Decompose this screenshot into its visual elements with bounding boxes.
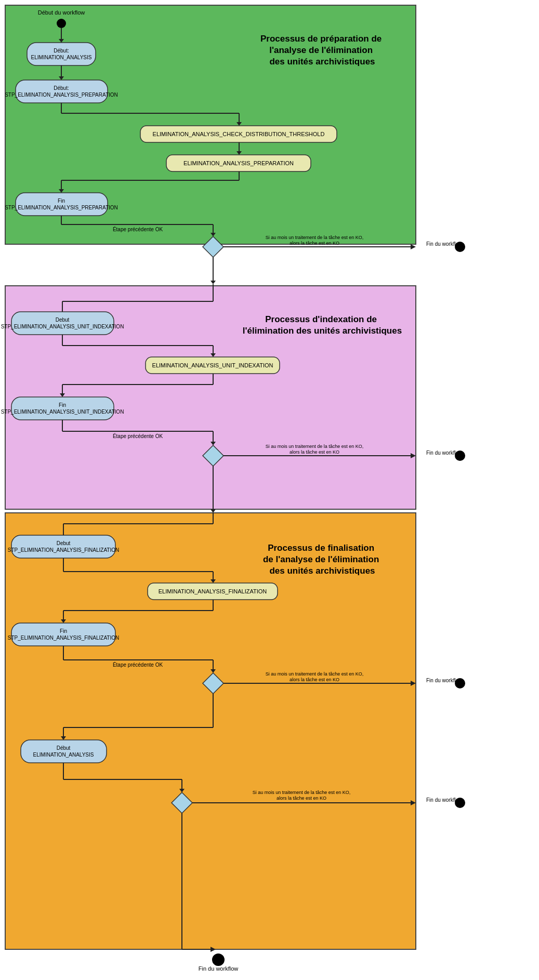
end-circle-1 [455,242,465,251]
node-prep-label: ELIMINATION_ANALYSIS_PREPARATION [183,160,294,166]
node-stp-prep-fin-name: STP_ELIMINATION_ANALYSIS_PREPARATION [5,205,118,210]
node-check-threshold-label: ELIMINATION_ANALYSIS_CHECK_DISTRIBUTION_… [153,131,325,137]
node-finalization-label: ELIMINATION_ANALYSIS_FINALIZATION [159,588,267,594]
svg-rect-2 [5,513,416,949]
node-elimination-analysis-line1: Début: [54,48,69,54]
si-ko-label-2: Si au mois un traitement de la tâche est… [266,444,364,449]
node-elimination-analysis [27,43,96,65]
node-stp-fin-fin-label: Fin [60,628,67,634]
node-stp-idx-fin-name: STP_ELIMINATION_ANALYSIS_UNIT_INDEXATION [1,409,124,415]
node-stp-fin-debut-name: STP_ELIMINATION_ANALYSIS_FINALIZATION [8,547,120,553]
node-stp-idx-debut-name: STP_ELIMINATION_ANALYSIS_UNIT_INDEXATION [1,324,124,329]
si-ko-label-3d: alors la tâche est en KO [277,796,326,801]
node-stp-fin-debut-label: Debut [57,540,71,546]
node-stp-prep-fin-label: Fin [58,198,65,204]
node-stp-prep-debut-name: STP_ELIMINATION_ANALYSIS_PREPARATION [5,92,118,98]
arrowhead-down-s2 [211,509,216,513]
node-unit-idx-label: ELIMINATION_ANALYSIS_UNIT_INDEXATION [152,362,273,368]
node-stp-idx-debut-label: Debut [56,317,70,323]
node-stp-idx-fin [11,397,114,420]
etape-ok-label-2: Étape précédente OK [113,433,163,439]
node-stp-prep-debut [16,80,108,103]
si-ko-label-3c: Si au mois un traitement de la tâche est… [253,790,351,795]
node-restart-label: Début [57,745,71,751]
arrowhead-right-1 [411,244,416,249]
si-ko-label-1: Si au mois un traitement de la tâche est… [266,235,364,240]
etape-ok-label-3: Étape précédente OK [113,661,163,668]
node-stp-fin-fin-name: STP_ELIMINATION_ANALYSIS_FINALIZATION [8,635,120,641]
si-ko-label-1b: alors la tâche est en KO [290,241,339,246]
node-stp-idx-debut [11,312,114,335]
end-circle-2 [455,451,465,460]
si-ko-label-3: Si au mois un traitement de la tâche est… [266,671,364,677]
node-stp-prep-debut-label: Début: [54,85,69,91]
etape-ok-label-1: Étape précédente OK [113,226,163,232]
end-circle-final [213,954,224,965]
debut-workflow-label: Début du workflow [38,9,85,16]
end-circle-3 [455,679,465,688]
si-ko-label-3b: alors la tâche est en KO [290,677,339,682]
end-circle-4 [455,798,465,807]
node-stp-fin-debut [11,535,115,558]
node-stp-idx-fin-label: Fin [59,402,66,408]
fin-workflow-bottom-label: Fin du workflow [199,965,238,972]
node-restart [21,740,107,763]
node-restart-name: ELIMINATION_ANALYSIS [33,752,94,758]
arrowhead-down-s1 [211,281,216,284]
si-ko-label-2b: alors la tâche est en KO [290,449,339,455]
section3-title: Processus de finalisation de l'analyse d… [263,543,382,576]
start-circle-1 [57,19,66,28]
node-stp-prep-fin [16,193,108,216]
section1-title: Processus de préparation de l'analyse de… [260,34,384,67]
node-elimination-analysis-line2: ELIMINATION_ANALYSIS [31,55,92,60]
node-stp-fin-fin [11,623,115,646]
